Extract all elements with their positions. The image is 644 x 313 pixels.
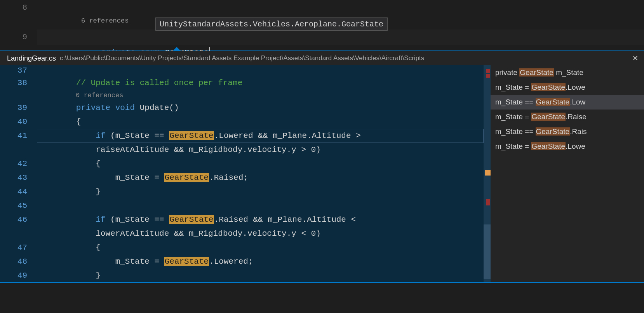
reference-item[interactable]: m_State = GearState.Raise xyxy=(491,110,644,124)
code-content[interactable]: // Update is called once per frame 0 ref… xyxy=(37,65,484,282)
code-line[interactable]: } xyxy=(37,185,484,199)
search-highlight: GearState xyxy=(531,142,566,150)
code-line[interactable]: m_State = GearState.Lowered; xyxy=(37,255,484,269)
pane-separator xyxy=(0,282,644,283)
codelens-references[interactable]: 6 references xyxy=(37,14,129,28)
hover-tooltip: UnityStandardAssets.Vehicles.Aeroplane.G… xyxy=(155,17,388,31)
scrollbar-marker xyxy=(486,69,490,73)
reference-item[interactable]: m_State == GearState.Low xyxy=(491,95,644,110)
references-panel: private GearState m_Statem_State = GearS… xyxy=(491,65,644,282)
code-line[interactable]: m_State = GearState.Raised; xyxy=(37,171,484,185)
scrollbar[interactable] xyxy=(484,65,491,282)
code-line[interactable]: if (m_State == GearState.Lowered && m_Pl… xyxy=(37,129,484,143)
reference-item[interactable]: private GearState m_State xyxy=(491,65,644,80)
scrollbar-thumb[interactable] xyxy=(484,224,491,279)
code-line[interactable]: } xyxy=(37,269,484,282)
search-highlight: GearState xyxy=(536,98,570,106)
peek-filename: LandingGear.cs xyxy=(7,54,56,63)
code-line[interactable]: private enum GearState xyxy=(37,30,644,45)
peek-filepath: c:\Users\Public\Documents\Unity Projects… xyxy=(60,54,424,62)
peek-body: 37 38 39 40 41 42 43 44 45 46 47 48 49 /… xyxy=(0,65,644,282)
keyword: if xyxy=(96,131,105,140)
keyword: if xyxy=(96,215,105,224)
code-line[interactable]: if (m_State == GearState.Raised && m_Pla… xyxy=(37,213,484,227)
close-icon[interactable]: ✕ xyxy=(632,54,638,63)
gutter: 37 38 39 40 41 42 43 44 45 46 47 48 49 xyxy=(0,65,37,282)
search-highlight: GearState xyxy=(164,173,209,182)
codelens-references[interactable]: 0 references xyxy=(37,90,484,101)
code-line[interactable]: // Update is called once per frame xyxy=(37,76,484,90)
reference-item[interactable]: m_State = GearState.Lowe xyxy=(491,139,644,154)
code-editor[interactable]: 37 38 39 40 41 42 43 44 45 46 47 48 49 /… xyxy=(0,65,484,282)
peek-pointer-icon xyxy=(173,47,181,51)
method-name: Update() xyxy=(140,103,179,112)
code-line[interactable]: lowerAtAltitude && m_Rigidbody.velocity.… xyxy=(37,227,484,241)
comment: // Update is called once per frame xyxy=(76,78,242,87)
reference-item[interactable]: m_State = GearState.Lowe xyxy=(491,80,644,95)
search-highlight: GearState xyxy=(531,113,566,121)
line-number: 9 xyxy=(0,33,27,42)
reference-item[interactable]: m_State == GearState.Rais xyxy=(491,124,644,139)
search-highlight: GearState xyxy=(169,215,214,224)
search-highlight: GearState xyxy=(164,257,209,266)
keyword: private xyxy=(76,103,110,112)
code-line[interactable] xyxy=(37,199,484,213)
code-line[interactable]: raiseAtAltitude && m_Rigidbody.velocity.… xyxy=(37,143,484,157)
search-highlight: GearState xyxy=(536,127,570,136)
line-number: 8 xyxy=(0,3,27,12)
code-line[interactable]: { xyxy=(37,241,484,255)
search-highlight: GearState xyxy=(519,68,554,77)
code-line[interactable]: { xyxy=(37,115,484,129)
code-line[interactable]: { xyxy=(37,157,484,171)
peek-definition-pane: 8 6 references 9 private enum GearState … xyxy=(0,0,644,50)
keyword: void xyxy=(115,103,135,112)
search-highlight: GearState xyxy=(169,131,214,140)
scrollbar-marker xyxy=(486,199,490,205)
search-highlight: GearState xyxy=(531,83,566,91)
scrollbar-marker xyxy=(485,170,491,176)
code-line[interactable]: private void Update() xyxy=(37,101,484,115)
peek-title-bar: LandingGear.cs c:\Users\Public\Documents… xyxy=(0,51,644,65)
scrollbar-marker xyxy=(486,74,490,78)
